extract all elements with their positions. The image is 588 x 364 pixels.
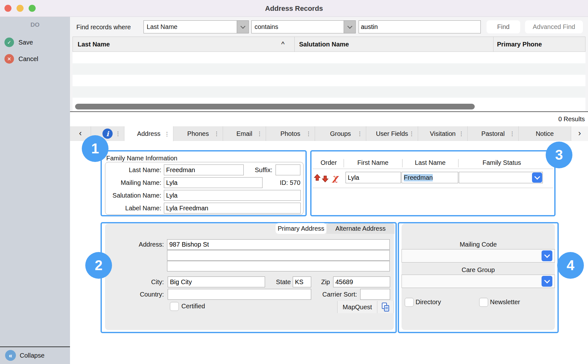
tab-options-dots-icon[interactable]: ⋮ xyxy=(214,130,219,137)
table-row xyxy=(73,52,585,63)
member-last-name-input[interactable]: Freedman xyxy=(402,172,458,183)
city-label: City: xyxy=(127,276,164,287)
country-input[interactable] xyxy=(168,289,311,300)
family-status-dropdown-button[interactable] xyxy=(532,172,542,183)
results-col-salutation-name[interactable]: Salutation Name xyxy=(299,37,349,52)
collapse-button[interactable]: Collapse xyxy=(20,350,45,361)
horizontal-scrollbar-thumb[interactable] xyxy=(75,104,475,109)
tab-label: User Fields xyxy=(376,130,408,137)
chevron-down-icon[interactable] xyxy=(237,21,248,33)
tab-options-dots-icon[interactable]: ⋮ xyxy=(257,130,262,137)
newsletter-label: Newsletter xyxy=(490,297,520,307)
cancel-button[interactable]: Cancel xyxy=(18,54,38,64)
tab-phones[interactable]: Phones ⋮ xyxy=(173,126,223,141)
address-line1-input[interactable] xyxy=(167,239,390,250)
sort-ascending-icon[interactable]: ^ xyxy=(281,37,284,52)
tab-label: Phones xyxy=(187,130,209,137)
selected-text: Freedman xyxy=(404,174,433,181)
find-button[interactable]: Find xyxy=(486,20,520,33)
tab-email[interactable]: Email ⋮ xyxy=(223,126,266,141)
members-col-family-status: Family Status xyxy=(459,157,545,168)
tab-options-dots-icon[interactable]: ⋮ xyxy=(509,130,515,137)
chevron-down-icon xyxy=(544,252,550,258)
zip-label: Zip xyxy=(313,276,330,287)
certified-checkbox[interactable] xyxy=(170,302,179,311)
search-field-value: Last Name xyxy=(144,23,237,31)
last-name-input[interactable] xyxy=(164,164,244,175)
label-name-input[interactable] xyxy=(164,203,301,214)
sidebar-header: DO xyxy=(0,20,70,30)
table-row xyxy=(73,63,585,75)
delete-member-icon[interactable]: χ xyxy=(332,173,338,182)
tab-user-fields[interactable]: User Fields ⋮ xyxy=(366,126,418,141)
state-label: State xyxy=(267,276,291,287)
move-up-icon[interactable] xyxy=(314,174,321,183)
members-col-last-name: Last Name xyxy=(403,157,458,168)
directory-checkbox[interactable] xyxy=(405,298,414,307)
mailing-code-dropdown-button[interactable] xyxy=(542,250,552,261)
tab-primary-address[interactable]: Primary Address xyxy=(276,223,326,234)
tab-label: Groups xyxy=(330,130,351,137)
care-group-select[interactable] xyxy=(402,275,555,288)
mailing-code-label: Mailing Code xyxy=(402,240,555,249)
mapquest-button[interactable]: MapQuest xyxy=(338,304,377,311)
search-operator-value: contains xyxy=(252,23,344,31)
search-operator-select[interactable]: contains xyxy=(251,20,356,33)
record-id-text: ID: 570 xyxy=(271,177,300,188)
annotation-badge-4: 4 xyxy=(557,252,584,279)
results-col-primary-phone[interactable]: Primary Phone xyxy=(497,37,542,52)
column-divider xyxy=(402,159,402,167)
tab-label: Notice xyxy=(536,130,554,137)
cancel-x-icon: ✕ xyxy=(4,54,14,64)
state-input[interactable] xyxy=(293,276,311,287)
tab-photos[interactable]: Photos ⋮ xyxy=(266,126,315,141)
member-first-name-input[interactable] xyxy=(346,172,401,183)
suffix-input[interactable] xyxy=(276,164,300,175)
copy-address-icon[interactable] xyxy=(377,302,393,312)
column-divider xyxy=(458,159,458,167)
tab-groups[interactable]: Groups ⋮ xyxy=(315,126,366,141)
tab-notice[interactable]: Notice xyxy=(519,126,571,141)
tab-pastoral[interactable]: Pastoral ⋮ xyxy=(468,126,519,141)
annotation-badge-3: 3 xyxy=(546,142,572,168)
tab-alternate-address[interactable]: Alternate Address xyxy=(326,223,395,234)
sidebar: DO ✓ Save ✕ Cancel « Collapse xyxy=(0,17,70,364)
address-line2-input[interactable] xyxy=(167,250,390,261)
tab-options-dots-icon[interactable]: ⋮ xyxy=(357,130,362,137)
city-input[interactable] xyxy=(168,276,265,287)
tab-visitation[interactable]: Visitation ⋮ xyxy=(418,126,468,141)
tab-options-dots-icon[interactable]: ⋮ xyxy=(115,130,121,137)
search-query-input[interactable] xyxy=(359,20,481,33)
family-status-select[interactable] xyxy=(459,172,543,183)
move-down-icon[interactable] xyxy=(322,174,329,183)
save-button[interactable]: Save xyxy=(18,38,33,47)
advanced-find-button[interactable]: Advanced Find xyxy=(525,20,583,33)
tab-label: Email xyxy=(236,130,252,137)
tab-address[interactable]: Address ⋮ xyxy=(124,126,173,141)
tab-options-dots-icon[interactable]: ⋮ xyxy=(409,130,414,137)
country-label: Country: xyxy=(121,289,164,300)
care-group-dropdown-button[interactable] xyxy=(542,276,552,287)
address-line3-input[interactable] xyxy=(167,261,390,271)
newsletter-checkbox[interactable] xyxy=(479,298,488,307)
salutation-name-input[interactable] xyxy=(164,190,301,201)
tabs-scroll-right-button[interactable]: › xyxy=(571,126,588,141)
mailing-code-select[interactable] xyxy=(402,249,555,262)
results-col-last-name[interactable]: Last Name xyxy=(78,37,110,52)
mapquest-group: MapQuest xyxy=(337,301,394,313)
chevron-down-icon xyxy=(534,174,540,179)
search-field-select[interactable]: Last Name xyxy=(144,20,249,33)
tab-options-dots-icon[interactable]: ⋮ xyxy=(164,131,170,137)
table-row xyxy=(73,75,585,86)
address-label: Address: xyxy=(121,239,164,250)
address-records-window: Address Records DO ✓ Save ✕ Cancel « Col… xyxy=(0,0,588,364)
carrier-sort-input[interactable] xyxy=(360,289,390,300)
zip-input[interactable] xyxy=(333,276,390,287)
mailing-name-input[interactable] xyxy=(164,177,262,188)
tab-options-dots-icon[interactable]: ⋮ xyxy=(306,130,311,137)
tab-label: Visitation xyxy=(430,130,456,137)
chevron-down-icon[interactable] xyxy=(344,21,355,33)
members-col-order: Order xyxy=(314,157,344,168)
tab-options-dots-icon[interactable]: ⋮ xyxy=(458,130,464,137)
care-group-label: Care Group xyxy=(402,265,555,275)
